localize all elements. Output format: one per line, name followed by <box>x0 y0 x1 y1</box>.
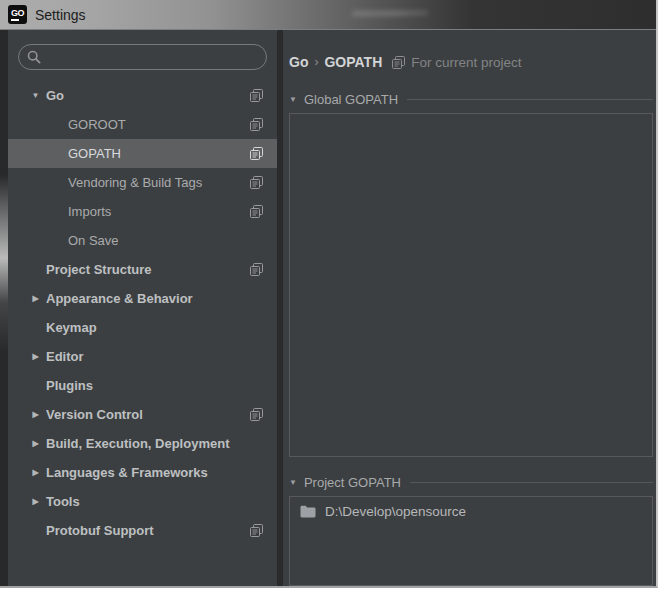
sidebar-item-label: Imports <box>68 204 111 219</box>
triangle-down-icon[interactable]: ▼ <box>289 478 297 487</box>
sidebar-item-languages-frameworks[interactable]: ▶Languages & Frameworks <box>8 458 277 487</box>
chevron-right-icon[interactable]: ▶ <box>29 439 42 448</box>
sidebar-item-tools[interactable]: ▶Tools <box>8 487 277 516</box>
sidebar-item-plugins[interactable]: Plugins <box>8 371 277 400</box>
sidebar-item-project-structure[interactable]: Project Structure <box>8 255 277 284</box>
global-gopath-list[interactable] <box>289 113 653 457</box>
sidebar-item-label: GOPATH <box>68 146 121 161</box>
sidebar-item-on-save[interactable]: On Save <box>8 226 277 255</box>
section-rule <box>407 99 653 100</box>
sidebar-item-label: GOROOT <box>68 117 126 132</box>
sidebar-item-label: Protobuf Support <box>46 523 154 538</box>
search-input[interactable] <box>47 49 258 66</box>
gopath-entry-path: D:\Develop\opensource <box>325 504 466 519</box>
copy-icon <box>250 118 263 131</box>
breadcrumb-note: For current project <box>411 55 521 70</box>
copy-icon <box>250 524 263 537</box>
section-rule <box>410 482 653 483</box>
sidebar-item-appearance-behavior[interactable]: ▶Appearance & Behavior <box>8 284 277 313</box>
gopath-entry[interactable]: D:\Develop\opensource <box>290 497 652 526</box>
sidebar-item-label: Project Structure <box>46 262 151 277</box>
search-icon <box>27 50 41 64</box>
sidebar-item-protobuf-support[interactable]: Protobuf Support <box>8 516 277 545</box>
copy-icon <box>250 147 263 160</box>
chevron-right-icon[interactable]: ▶ <box>29 352 42 361</box>
chevron-right-icon[interactable]: ▶ <box>29 294 42 303</box>
chevron-right-icon[interactable]: ▶ <box>29 468 42 477</box>
go-logo-icon: GO <box>8 5 27 24</box>
section-title: Project GOPATH <box>304 475 401 490</box>
titlebar[interactable]: GO Settings <box>0 0 656 30</box>
copy-icon <box>250 408 263 421</box>
background-glare-artifact <box>352 7 428 20</box>
sidebar-item-label: Editor <box>46 349 84 364</box>
sidebar-item-label: Appearance & Behavior <box>46 291 193 306</box>
sidebar-item-label: On Save <box>68 233 119 248</box>
sidebar-item-build-execution-deployment[interactable]: ▶Build, Execution, Deployment <box>8 429 277 458</box>
folder-icon <box>300 505 316 518</box>
sidebar-item-keymap[interactable]: Keymap <box>8 313 277 342</box>
settings-sidebar: ▼GoGOROOTGOPATHVendoring & Build TagsImp… <box>8 30 277 586</box>
left-edge-glare <box>0 30 8 586</box>
sidebar-item-go[interactable]: ▼Go <box>8 81 277 110</box>
breadcrumb-parent[interactable]: Go <box>289 54 308 70</box>
dialog-content: ▼GoGOROOTGOPATHVendoring & Build TagsImp… <box>0 30 656 586</box>
section-title: Global GOPATH <box>304 92 398 107</box>
copy-icon <box>250 89 263 102</box>
sidebar-item-version-control[interactable]: ▶Version Control <box>8 400 277 429</box>
breadcrumb-separator: › <box>314 55 318 69</box>
section-project-gopath[interactable]: ▼ Project GOPATH <box>289 473 653 491</box>
sidebar-item-label: Go <box>46 88 64 103</box>
window-title: Settings <box>35 7 86 23</box>
copy-icon <box>250 205 263 218</box>
sidebar-item-label: Languages & Frameworks <box>46 465 208 480</box>
per-project-copy-icon <box>392 56 405 69</box>
sidebar-item-editor[interactable]: ▶Editor <box>8 342 277 371</box>
settings-dialog: GO Settings ▼GoGOROOTGOPATHVendoring & B… <box>0 0 658 588</box>
chevron-right-icon[interactable]: ▶ <box>29 410 42 419</box>
go-logo-dash <box>11 19 19 21</box>
chevron-down-icon[interactable]: ▼ <box>29 91 42 100</box>
sidebar-item-gopath[interactable]: GOPATH <box>8 139 277 168</box>
sidebar-item-label: Vendoring & Build Tags <box>68 175 202 190</box>
sidebar-item-label: Tools <box>46 494 80 509</box>
triangle-down-icon[interactable]: ▼ <box>289 95 297 104</box>
copy-icon <box>392 56 405 69</box>
sidebar-item-label: Plugins <box>46 378 93 393</box>
breadcrumb: Go › GOPATH For current project <box>289 30 653 74</box>
sidebar-item-imports[interactable]: Imports <box>8 197 277 226</box>
sidebar-item-label: Build, Execution, Deployment <box>46 436 229 451</box>
settings-main-panel: Go › GOPATH For current project ▼ Global… <box>283 30 656 586</box>
copy-icon <box>250 176 263 189</box>
breadcrumb-current: GOPATH <box>324 54 382 70</box>
section-global-gopath[interactable]: ▼ Global GOPATH <box>289 90 653 108</box>
chevron-right-icon[interactable]: ▶ <box>29 497 42 506</box>
sidebar-item-label: Keymap <box>46 320 97 335</box>
project-gopath-list[interactable]: D:\Develop\opensource <box>289 496 653 586</box>
screenshot-root: GO Settings ▼GoGOROOTGOPATHVendoring & B… <box>0 0 660 595</box>
settings-tree: ▼GoGOROOTGOPATHVendoring & Build TagsImp… <box>8 81 277 545</box>
sidebar-item-goroot[interactable]: GOROOT <box>8 110 277 139</box>
copy-icon <box>250 263 263 276</box>
search-box[interactable] <box>18 44 267 70</box>
sidebar-item-label: Version Control <box>46 407 143 422</box>
sidebar-item-vendoring-build-tags[interactable]: Vendoring & Build Tags <box>8 168 277 197</box>
go-logo-text: GO <box>11 9 24 18</box>
